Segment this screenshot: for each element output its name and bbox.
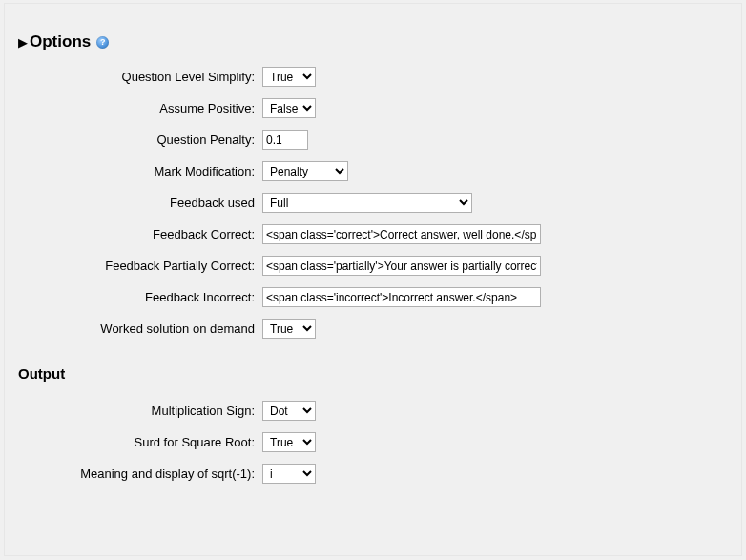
label-sqrt-neg1: Meaning and display of sqrt(-1): <box>18 467 262 481</box>
label-worked-solution: Worked solution on demand <box>18 321 262 336</box>
label-assume-positive: Assume Positive: <box>18 101 262 115</box>
row-surd-square-root: Surd for Square Root: True <box>18 432 741 452</box>
select-assume-positive[interactable]: False <box>262 98 316 118</box>
options-title: Options <box>30 32 91 52</box>
settings-panel: ▶ Options ? Question Level Simplify: Tru… <box>4 3 742 556</box>
label-question-penalty: Question Penalty: <box>18 133 262 147</box>
label-multiplication-sign: Multiplication Sign: <box>18 404 262 418</box>
row-assume-positive: Assume Positive: False <box>18 98 741 118</box>
label-surd-square-root: Surd for Square Root: <box>18 435 262 449</box>
row-worked-solution: Worked solution on demand True <box>18 319 741 339</box>
select-surd-square-root[interactable]: True <box>262 432 316 452</box>
input-question-penalty[interactable] <box>262 130 308 150</box>
select-question-level-simplify[interactable]: True <box>262 67 316 87</box>
label-feedback-incorrect: Feedback Incorrect: <box>18 290 262 304</box>
label-feedback-partially-correct: Feedback Partially Correct: <box>18 259 262 273</box>
select-worked-solution[interactable]: True <box>262 319 316 339</box>
output-heading: Output <box>18 365 741 382</box>
select-feedback-used[interactable]: Full <box>262 193 472 213</box>
select-multiplication-sign[interactable]: Dot <box>262 401 316 421</box>
input-feedback-partially-correct[interactable] <box>262 256 541 276</box>
label-feedback-correct: Feedback Correct: <box>18 227 262 241</box>
select-sqrt-neg1[interactable]: i <box>262 464 316 484</box>
label-mark-modification: Mark Modification: <box>18 164 262 178</box>
row-mark-modification: Mark Modification: Penalty <box>18 161 741 181</box>
input-feedback-correct[interactable] <box>262 224 541 244</box>
row-sqrt-neg1: Meaning and display of sqrt(-1): i <box>18 464 741 484</box>
options-header[interactable]: ▶ Options ? <box>18 32 741 52</box>
collapse-triangle-icon: ▶ <box>18 36 28 49</box>
row-feedback-partially-correct: Feedback Partially Correct: <box>18 256 741 276</box>
label-feedback-used: Feedback used <box>18 196 262 210</box>
row-feedback-correct: Feedback Correct: <box>18 224 741 244</box>
row-feedback-used: Feedback used Full <box>18 193 741 213</box>
options-fields: Question Level Simplify: True Assume Pos… <box>18 67 741 339</box>
row-feedback-incorrect: Feedback Incorrect: <box>18 287 741 307</box>
help-icon[interactable]: ? <box>96 36 109 49</box>
row-question-level-simplify: Question Level Simplify: True <box>18 67 741 87</box>
row-question-penalty: Question Penalty: <box>18 130 741 150</box>
row-multiplication-sign: Multiplication Sign: Dot <box>18 401 741 421</box>
output-fields: Multiplication Sign: Dot Surd for Square… <box>18 401 741 484</box>
select-mark-modification[interactable]: Penalty <box>262 161 348 181</box>
input-feedback-incorrect[interactable] <box>262 287 541 307</box>
label-question-level-simplify: Question Level Simplify: <box>18 70 262 84</box>
